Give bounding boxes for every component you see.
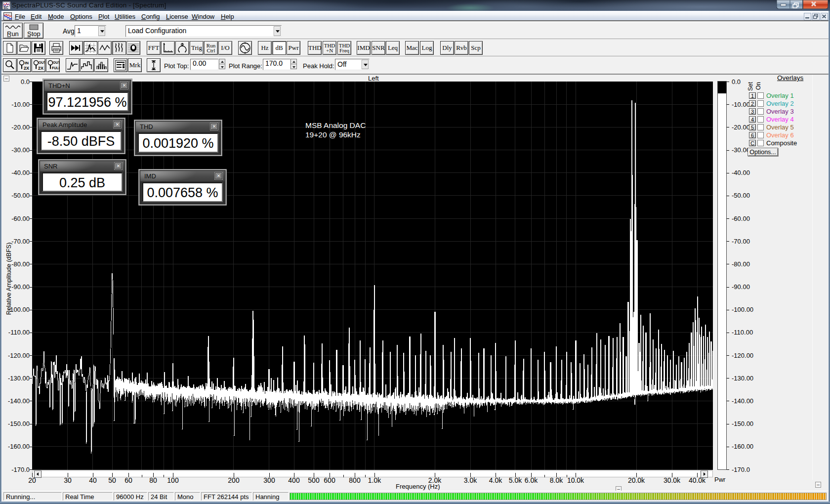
svg-text:19+20 @ 96kHz: 19+20 @ 96kHz — [305, 130, 361, 139]
svg-text:OUT: OUT — [53, 61, 59, 64]
svg-text:MSB Analog DAC: MSB Analog DAC — [305, 121, 366, 129]
svg-text:OUT: OUT — [39, 61, 45, 64]
svg-text:Relative Amplitude (dBFS): Relative Amplitude (dBFS) — [5, 243, 12, 315]
svg-text:FULL: FULL — [52, 66, 59, 70]
svg-text:IN: IN — [25, 61, 29, 65]
svg-text:SC: SC — [3, 6, 8, 9]
svg-text:Stop: Stop — [27, 30, 41, 38]
svg-text:Run: Run — [7, 30, 19, 38]
svg-text:2X: 2X — [38, 66, 43, 71]
svg-text:2X: 2X — [24, 66, 29, 71]
